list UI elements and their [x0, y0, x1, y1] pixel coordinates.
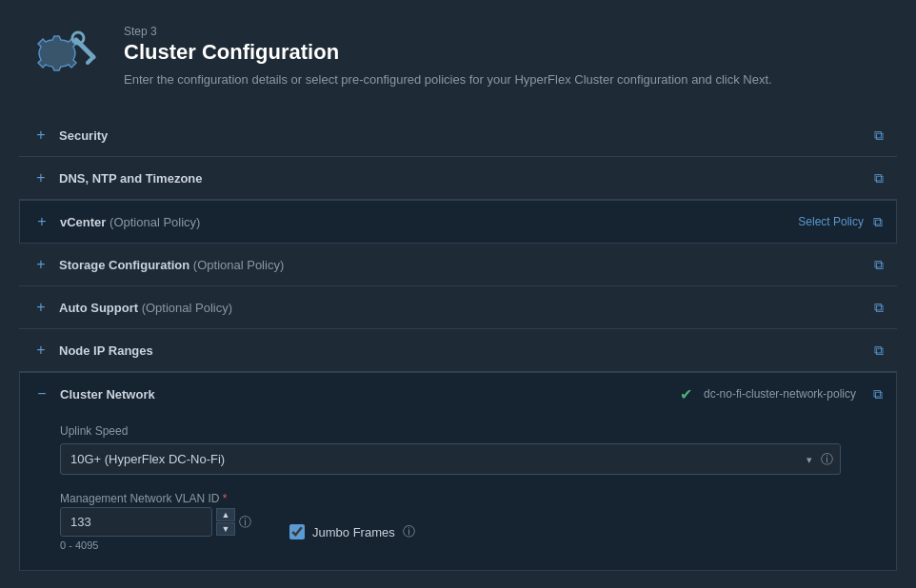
toggle-auto-support[interactable]: +	[32, 299, 50, 316]
actions-auto-support: ⧉	[874, 300, 884, 316]
actions-cluster-network: dc-no-fi-cluster-network-policy ⧉	[704, 386, 883, 402]
vlan-input-wrapper: ▲ ▼ ⓘ	[60, 507, 251, 537]
title-dns-ntp: DNS, NTP and Timezone	[59, 171, 874, 186]
title-node-ip: Node IP Ranges	[59, 343, 874, 358]
jumbo-frames-label: Jumbo Frames	[312, 525, 395, 539]
accordion-header-vcenter[interactable]: + vCenter (Optional Policy) Select Polic…	[20, 201, 896, 243]
uplink-speed-select[interactable]: 10G+ (HyperFlex DC-No-Fi)	[60, 443, 841, 475]
mgmt-vlan-label: Management Network VLAN ID *	[60, 492, 251, 505]
accordion-header-dns-ntp[interactable]: + DNS, NTP and Timezone ⧉	[19, 157, 897, 199]
accordion-header-cluster-network[interactable]: − Cluster Network ✔ dc-no-fi-cluster-net…	[20, 373, 896, 415]
actions-security: ⧉	[874, 127, 884, 144]
vlan-stepper-up[interactable]: ▲	[216, 508, 235, 521]
check-icon-cluster-network: ✔	[680, 385, 692, 403]
accordion-vcenter: + vCenter (Optional Policy) Select Polic…	[19, 200, 897, 244]
accordion-header-auto-support[interactable]: + Auto Support (Optional Policy) ⧉	[19, 286, 897, 328]
accordion-proxy-setting: + Proxy Setting (Optional Policy) ⧉	[19, 572, 897, 588]
accordion-header-node-ip[interactable]: + Node IP Ranges ⧉	[19, 329, 897, 371]
title-auto-support: Auto Support (Optional Policy)	[59, 301, 874, 315]
header-text-block: Step 3 Cluster Configuration Enter the c…	[124, 25, 887, 89]
jumbo-frames-group: Jumbo Frames ⓘ	[289, 523, 415, 540]
uplink-speed-select-wrapper: 10G+ (HyperFlex DC-No-Fi) ▾ ⓘ	[60, 443, 841, 475]
jumbo-frames-checkbox[interactable]	[289, 524, 305, 539]
copy-icon-dns-ntp[interactable]: ⧉	[874, 170, 884, 186]
vlan-stepper-down[interactable]: ▼	[216, 522, 235, 536]
toggle-dns-ntp[interactable]: +	[32, 169, 50, 186]
svg-line-3	[88, 59, 91, 63]
copy-icon-auto-support[interactable]: ⧉	[874, 300, 884, 316]
accordion-auto-support: + Auto Support (Optional Policy) ⧉	[19, 286, 897, 329]
accordion-header-security[interactable]: + Security ⧉	[19, 114, 897, 156]
info-icon-vlan[interactable]: ⓘ	[239, 514, 251, 531]
accordion-header-storage-config[interactable]: + Storage Configuration (Optional Policy…	[19, 244, 897, 285]
vlan-jumbo-row: Management Network VLAN ID * ▲ ▼ ⓘ 0 - 4…	[60, 492, 877, 551]
accordion-header-proxy-setting[interactable]: + Proxy Setting (Optional Policy) ⧉	[19, 572, 897, 588]
copy-icon-storage-config[interactable]: ⧉	[874, 257, 884, 273]
copy-icon-security[interactable]: ⧉	[874, 127, 884, 144]
cluster-network-content: Uplink Speed 10G+ (HyperFlex DC-No-Fi) ▾…	[20, 415, 896, 570]
required-marker: *	[223, 492, 228, 505]
info-icon-uplink[interactable]: ⓘ	[821, 451, 833, 468]
uplink-speed-label: Uplink Speed	[60, 424, 877, 438]
step-title: Cluster Configuration	[124, 40, 887, 65]
accordion-security: + Security ⧉	[19, 114, 897, 157]
copy-icon-node-ip[interactable]: ⧉	[874, 343, 884, 359]
toggle-security[interactable]: +	[32, 127, 50, 144]
copy-icon-vcenter[interactable]: ⧉	[873, 214, 883, 230]
info-icon-jumbo[interactable]: ⓘ	[403, 523, 415, 540]
title-cluster-network: Cluster Network	[60, 387, 680, 402]
toggle-storage-config[interactable]: +	[32, 256, 50, 273]
title-security: Security	[59, 128, 874, 143]
accordion-list: + Security ⧉ + DNS, NTP and Timezone ⧉ +…	[19, 114, 897, 588]
title-storage-config: Storage Configuration (Optional Policy)	[59, 258, 874, 272]
actions-vcenter: Select Policy ⧉	[798, 214, 883, 230]
accordion-cluster-network: − Cluster Network ✔ dc-no-fi-cluster-net…	[19, 372, 897, 571]
actions-storage-config: ⧉	[874, 257, 884, 273]
policy-value-cluster-network: dc-no-fi-cluster-network-policy	[704, 387, 856, 401]
actions-dns-ntp: ⧉	[874, 170, 884, 186]
mgmt-vlan-input[interactable]	[60, 507, 212, 537]
toggle-node-ip[interactable]: +	[32, 342, 50, 359]
copy-icon-cluster-network[interactable]: ⧉	[873, 386, 883, 402]
step-description: Enter the configuration details or selec…	[124, 70, 887, 89]
toggle-vcenter[interactable]: +	[33, 213, 50, 230]
actions-node-ip: ⧉	[874, 343, 884, 359]
select-policy-vcenter[interactable]: Select Policy	[798, 215, 864, 228]
accordion-node-ip: + Node IP Ranges ⧉	[19, 329, 897, 372]
toggle-cluster-network[interactable]: −	[33, 385, 50, 402]
actions-proxy-setting: ⧉	[874, 585, 884, 589]
accordion-storage-config: + Storage Configuration (Optional Policy…	[19, 244, 897, 286]
title-vcenter: vCenter (Optional Policy)	[60, 215, 798, 229]
copy-icon-proxy-setting[interactable]: ⧉	[874, 585, 884, 589]
page-header: Step 3 Cluster Configuration Enter the c…	[0, 0, 916, 114]
uplink-speed-group: Uplink Speed 10G+ (HyperFlex DC-No-Fi) ▾…	[60, 424, 877, 475]
step-icon	[29, 19, 105, 95]
accordion-dns-ntp: + DNS, NTP and Timezone ⧉	[19, 157, 897, 200]
vlan-range-hint: 0 - 4095	[60, 539, 251, 551]
mgmt-vlan-group: Management Network VLAN ID * ▲ ▼ ⓘ 0 - 4…	[60, 492, 251, 551]
step-label: Step 3	[124, 25, 887, 38]
vlan-stepper: ▲ ▼	[216, 508, 235, 536]
toggle-proxy-setting[interactable]: +	[32, 584, 50, 588]
